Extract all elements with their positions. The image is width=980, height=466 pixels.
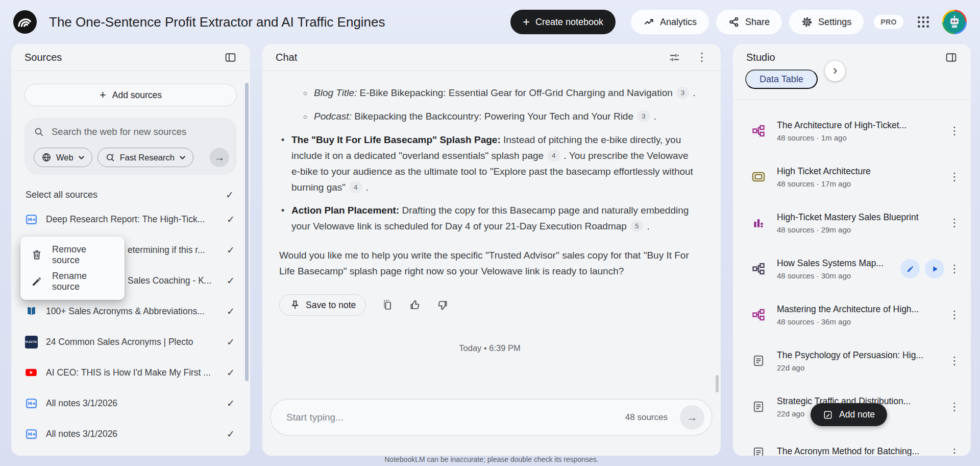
web-filter-dropdown[interactable]: Web [34, 148, 92, 167]
trash-icon [31, 249, 43, 261]
flowchart-icon [750, 262, 767, 276]
chat-more-menu-icon[interactable]: ⋮ [696, 52, 707, 63]
source-row[interactable]: All notes 3/1/2026 ✓ [24, 388, 237, 418]
web-search-card: Web Fast Research → [24, 118, 237, 175]
more-menu-icon[interactable]: ⋮ [948, 401, 961, 413]
thumbs-down-icon[interactable] [436, 299, 449, 311]
more-menu-icon[interactable]: ⋮ [948, 309, 961, 321]
chat-sub-bullet: ○ Podcast: Bikepacking the Backcountry: … [302, 108, 700, 125]
interactive-mode-button[interactable] [900, 259, 920, 278]
settings-label: Settings [818, 17, 851, 28]
report-doc-icon [750, 354, 767, 367]
send-button[interactable]: → [680, 405, 704, 430]
notebook-title: The One-Sentence Profit Extractor and AI… [49, 14, 385, 30]
settings-button[interactable]: Settings [789, 10, 864, 34]
research-mode-label: Fast Research [120, 153, 175, 162]
more-menu-icon[interactable]: ⋮ [948, 125, 961, 137]
report-doc-icon [750, 400, 767, 413]
chat-scrollbar[interactable] [716, 375, 719, 392]
studio-item-meta: 48 sources · 17m ago [777, 179, 948, 188]
search-submit-button[interactable]: → [210, 148, 229, 167]
source-row[interactable]: AI CEO: THIS is How I'd Make My First ..… [24, 357, 237, 388]
rename-source-menu-item[interactable]: Rename source [20, 268, 125, 295]
source-checkbox[interactable]: ✓ [225, 336, 237, 348]
analytics-button[interactable]: Analytics [631, 10, 709, 34]
studio-panel-title: Studio [746, 52, 775, 63]
flowchart-icon [750, 124, 767, 138]
circle-bullet-icon: ○ [302, 108, 309, 125]
chat-settings-icon[interactable] [668, 51, 681, 64]
studio-item[interactable]: High-Ticket Mastery Sales Blueprint48 so… [733, 200, 971, 246]
source-checkbox[interactable]: ✓ [225, 214, 237, 225]
apps-grid-icon[interactable] [917, 15, 930, 29]
add-sources-button[interactable]: + Add sources [24, 84, 237, 106]
more-menu-icon[interactable]: ⋮ [948, 171, 961, 183]
bullet-label: Blog Title: [314, 87, 357, 98]
add-note-button[interactable]: Add note [811, 403, 887, 426]
source-title: Deep Research Report: The High-Tick... [46, 214, 218, 225]
disclaimer-text: NotebookLM can be inaccurate; please dou… [262, 455, 721, 463]
video-overview-icon [750, 170, 767, 184]
studio-item-title: The Acronym Method for Batching... [777, 446, 948, 456]
source-row[interactable]: 100+ Sales Acronyms & Abbreviations... ✓ [24, 296, 237, 327]
studio-item[interactable]: Mastering the Architecture of High...48 … [733, 292, 971, 338]
source-context-menu: Remove source Rename source [20, 237, 125, 300]
more-menu-icon[interactable]: ⋮ [948, 263, 961, 275]
citation-chip[interactable]: 3 [637, 110, 650, 122]
data-table-chip[interactable]: Data Table [745, 69, 818, 89]
research-mode-dropdown[interactable]: Fast Research [97, 148, 193, 167]
sources-scrollbar[interactable] [245, 83, 249, 381]
source-row[interactable]: Deep Research Report: The High-Tick... ✓ [24, 204, 237, 235]
remove-source-menu-item[interactable]: Remove source [20, 242, 125, 268]
source-checkbox[interactable]: ✓ [225, 398, 237, 409]
studio-item[interactable]: The Acronym Method for Batching... ⋮ [733, 430, 971, 456]
chat-panel-title: Chat [276, 52, 297, 63]
source-row[interactable]: PLECTO 24 Common Sales Acronyms | Plecto… [24, 327, 237, 357]
citation-chip[interactable]: 5 [630, 220, 644, 232]
source-row[interactable]: All notes 3/1/2026 ✓ [24, 418, 237, 449]
source-checkbox[interactable]: ✓ [225, 306, 237, 317]
citation-chip[interactable]: 3 [676, 87, 690, 99]
collapse-panel-icon[interactable] [224, 51, 237, 64]
save-to-note-button[interactable]: Save to note [279, 294, 366, 316]
studio-item[interactable]: How Sales Systems Map...48 sources · 30m… [733, 246, 971, 292]
more-menu-icon[interactable]: ⋮ [948, 447, 961, 456]
source-checkbox[interactable]: ✓ [225, 244, 237, 256]
chip-scroll-right-button[interactable]: › [825, 61, 845, 81]
thumbs-up-icon[interactable] [409, 299, 421, 311]
studio-item[interactable]: The Architecture of High-Ticket...48 sou… [733, 108, 971, 154]
select-all-checkbox[interactable]: ✓ [224, 189, 236, 201]
source-checkbox[interactable]: ✓ [225, 275, 237, 287]
remove-source-label: Remove source [52, 244, 114, 266]
add-note-label: Add note [839, 409, 875, 420]
copy-icon[interactable] [381, 299, 394, 311]
citation-chip[interactable]: 4 [547, 150, 560, 161]
notebook-doc-icon [24, 428, 38, 440]
trending-up-icon [643, 16, 654, 28]
chat-bullet: • The "Buy It For Life Basecamp" Splash … [279, 132, 698, 195]
studio-item-meta: 48 sources · 36m ago [777, 317, 948, 326]
user-avatar[interactable] [942, 10, 967, 34]
more-menu-icon[interactable]: ⋮ [948, 217, 961, 229]
share-icon [728, 16, 740, 28]
studio-item-title: How Sales Systems Map... [777, 258, 897, 269]
studio-item[interactable]: High Ticket Architecture48 sources · 17m… [733, 154, 971, 200]
expand-panel-icon[interactable] [945, 51, 958, 64]
app-header: The One-Sentence Profit Extractor and AI… [0, 0, 980, 44]
studio-item-meta: 22d ago [777, 363, 948, 372]
search-input[interactable] [52, 126, 229, 137]
source-checkbox[interactable]: ✓ [225, 428, 237, 440]
citation-chip[interactable]: 4 [349, 181, 362, 193]
chat-input[interactable] [286, 412, 625, 423]
create-notebook-button[interactable]: + Create notebook [510, 10, 616, 34]
studio-item[interactable]: The Psychology of Persuasion: Hig...22d … [733, 338, 971, 384]
notebooklm-logo-icon[interactable] [13, 10, 37, 34]
studio-item-title: Mastering the Architecture of High... [777, 304, 948, 315]
source-count-label: 48 sources [625, 412, 668, 423]
circle-bullet-icon: ○ [302, 85, 309, 101]
play-audio-button[interactable] [925, 259, 944, 278]
source-checkbox[interactable]: ✓ [225, 367, 237, 379]
share-button[interactable]: Share [716, 10, 782, 34]
plecto-logo-icon: PLECTO [24, 336, 38, 348]
more-menu-icon[interactable]: ⋮ [948, 355, 961, 367]
